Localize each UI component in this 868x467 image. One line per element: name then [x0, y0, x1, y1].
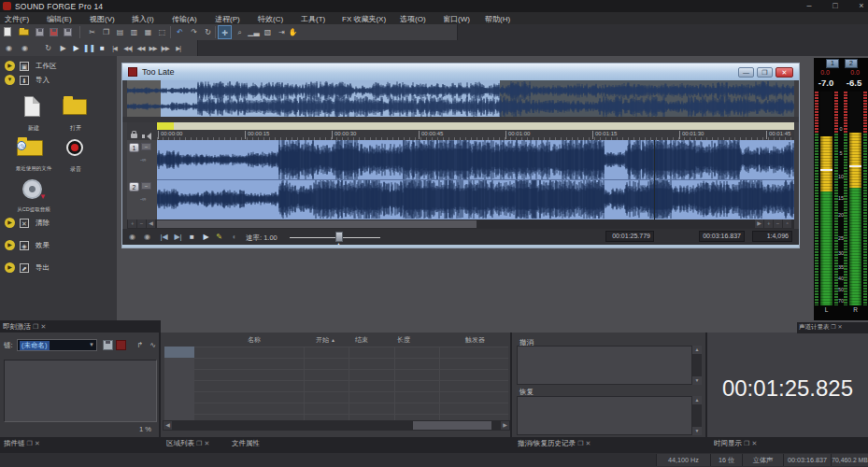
regions-list-tab[interactable]: 区域列表 ❐ ✕	[166, 439, 209, 448]
menu-options[interactable]: 选项(O)	[400, 14, 426, 24]
scroll-left-icon[interactable]: ◀	[164, 421, 172, 430]
overview-bar[interactable]	[127, 80, 794, 117]
whats-this-icon[interactable]: ✋	[286, 25, 300, 39]
regions-grid[interactable]	[194, 347, 508, 420]
app-minimize-button[interactable]: –	[799, 1, 819, 11]
menu-file[interactable]: 文件(F)	[5, 14, 29, 24]
trim-icon[interactable]: ⬚	[155, 25, 169, 39]
sidebar-section-export[interactable]: ▶ ⬈ 导出	[0, 262, 117, 275]
bypass-icon[interactable]: ↱	[135, 340, 145, 350]
edit-tool-icon[interactable]: ✛	[218, 25, 232, 39]
close-icon[interactable]: ✕	[40, 323, 46, 330]
next-icon[interactable]: |▶▶	[159, 41, 171, 55]
app-close-button[interactable]: ×	[851, 1, 868, 11]
document-titlebar[interactable]: Too Late — ❐ ✕	[122, 64, 799, 80]
menu-edit[interactable]: 编辑(E)	[47, 14, 72, 24]
sidebar-section-effects[interactable]: ▶ ◈ 效果	[0, 239, 117, 252]
automation-icon[interactable]: ∿	[148, 340, 158, 350]
float-icon[interactable]: ❐	[744, 440, 749, 446]
edit-tool-icon[interactable]: ✎	[213, 231, 225, 243]
close-icon[interactable]: ✕	[586, 440, 591, 446]
loop-marker[interactable]	[157, 122, 174, 130]
sidebar-section-workspace[interactable]: ▶ ▣ 工作区	[0, 60, 117, 73]
save-chain-icon[interactable]	[103, 340, 113, 350]
zoom-window-icon[interactable]: ▫	[783, 219, 791, 228]
menu-insert[interactable]: 插入(I)	[132, 14, 154, 24]
stop-icon[interactable]: ■	[95, 41, 109, 55]
speaker-icon[interactable]	[143, 133, 151, 140]
meter-tab-1[interactable]: 1	[826, 59, 839, 68]
plugin-chain-list[interactable]	[4, 360, 157, 422]
open-file-icon[interactable]	[19, 29, 29, 35]
close-icon[interactable]: ✕	[838, 324, 843, 330]
sidebar-section-import[interactable]: ▼ ⬇ 导入	[0, 74, 117, 87]
scroll-left-icon[interactable]: ◀	[147, 219, 155, 228]
close-icon[interactable]: ✕	[751, 440, 757, 446]
column-trigger[interactable]: 触发器	[465, 335, 485, 345]
sidebar-section-cleanup[interactable]: ▶ ✕ 清除	[0, 217, 117, 230]
menu-window[interactable]: 窗口(W)	[443, 14, 470, 24]
menu-fx-favorites[interactable]: FX 收藏夹(X)	[342, 14, 386, 24]
zoom-sel-icon[interactable]: ＋	[764, 219, 773, 228]
column-start[interactable]: 开始 ▲	[316, 335, 335, 345]
spectrum-icon[interactable]: ▁▃	[247, 25, 261, 39]
float-icon[interactable]: ❐	[196, 440, 202, 446]
close-icon[interactable]: ✕	[204, 440, 209, 446]
menu-help[interactable]: 帮助(H)	[485, 14, 510, 24]
zoom-out2-icon[interactable]: −	[774, 219, 782, 228]
close-icon[interactable]: ✕	[35, 440, 40, 446]
channel-1-button[interactable]: 1	[129, 143, 139, 152]
zoom-in-icon[interactable]: ＋	[128, 219, 136, 228]
go-to-start-icon[interactable]: |◀	[158, 231, 170, 243]
scroll-up-icon[interactable]: ▲	[692, 346, 702, 354]
undo-list[interactable]	[517, 346, 692, 385]
cut-icon[interactable]: ✂	[85, 25, 99, 39]
scroll-right-icon[interactable]: ▶	[501, 421, 509, 430]
loop-region-bar[interactable]	[157, 122, 794, 130]
undo-icon[interactable]: ↶	[173, 25, 187, 39]
scroll-down-icon[interactable]: ▼	[692, 376, 702, 385]
play-icon[interactable]: ▶	[200, 231, 212, 243]
column-end[interactable]: 结束	[355, 335, 368, 345]
channel-1-minimize[interactable]: −	[141, 143, 151, 150]
event-tool-icon[interactable]: ◖	[228, 231, 240, 243]
scroll-up-icon[interactable]: ▲	[692, 396, 702, 404]
loop-record-icon[interactable]: ◉	[141, 231, 153, 243]
channel-2-minimize[interactable]: −	[141, 182, 151, 190]
magnify-tool-icon[interactable]: ⌕	[233, 25, 247, 39]
previous-icon[interactable]: ◀◀|	[121, 41, 134, 55]
channel-meters-tab[interactable]: 声道计量表 ❐ ✕	[799, 323, 843, 332]
play-icon[interactable]: ▶	[69, 41, 83, 55]
paste-special-icon[interactable]: ▥	[127, 25, 141, 39]
selected-row-header[interactable]	[164, 347, 194, 358]
copy-icon[interactable]: ❐	[99, 25, 113, 39]
mix-icon[interactable]: ▦	[141, 25, 155, 39]
doc-close-button[interactable]: ✕	[776, 67, 793, 78]
menu-view[interactable]: 视图(V)	[90, 14, 115, 24]
redo-list[interactable]	[517, 396, 692, 435]
zoom-out-icon[interactable]: −	[137, 219, 146, 228]
time-ruler[interactable]: 00:00:00 00:00:15 00:00:30 00:00:45 00:0…	[127, 130, 794, 140]
redo-icon[interactable]: ↷	[187, 25, 201, 39]
instant-action-tab[interactable]: 即刻激活 ❐ ✕	[3, 322, 46, 332]
repeat-icon[interactable]: ↻	[201, 25, 215, 39]
menu-transport[interactable]: 传输(A)	[172, 14, 197, 24]
go-to-start-icon[interactable]: |◀	[108, 41, 121, 55]
save-all-icon[interactable]	[64, 28, 72, 36]
app-maximize-button[interactable]: □	[825, 1, 846, 11]
forward-icon[interactable]: ▶▶	[147, 41, 159, 55]
menu-process[interactable]: 进程(P)	[215, 14, 240, 24]
regions-hscrollbar[interactable]: ◀ ▶	[163, 420, 510, 431]
save-as-icon[interactable]	[50, 28, 58, 36]
delete-chain-icon[interactable]	[116, 340, 126, 350]
doc-maximize-button[interactable]: ❐	[757, 67, 773, 78]
go-to-end-icon[interactable]: ▶|	[172, 41, 184, 55]
wave-hscrollbar[interactable]: ＋ − ◀ ▶ ＋ − ▫	[127, 219, 794, 229]
doc-minimize-button[interactable]: —	[738, 67, 754, 78]
plugin-chain-tab[interactable]: 插件链 ❐ ✕	[4, 439, 40, 448]
scroll-down-icon[interactable]: ▼	[692, 427, 702, 435]
rewind-icon[interactable]: ◀◀	[135, 41, 147, 55]
paste-icon[interactable]: ▤	[113, 25, 127, 39]
extract-cd-button[interactable]: 从CD提取音频	[9, 178, 47, 216]
channel-2-button[interactable]: 2	[129, 182, 139, 191]
